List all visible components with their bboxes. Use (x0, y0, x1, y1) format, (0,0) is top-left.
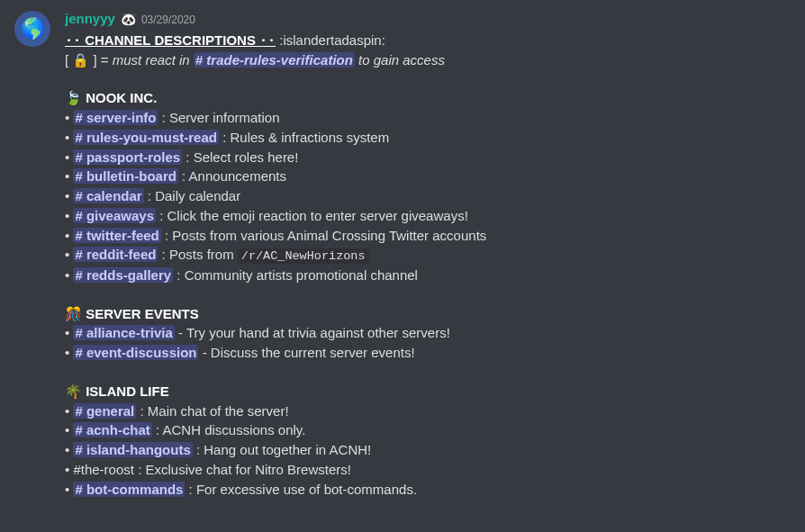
bullet: • (65, 110, 73, 125)
channel-line: • # redds-gallery : Community artists pr… (65, 266, 791, 285)
channel-mention[interactable]: # passport-roles (73, 149, 182, 165)
bullet: • (65, 403, 73, 419)
header-line: ⬝⬝ CHANNEL DESCRIPTIONS ⬝⬝ :islandertada… (65, 31, 791, 50)
channel-desc: Hang out together in ACNH! (204, 442, 371, 457)
bullet: • (65, 482, 73, 497)
section-header: 🎊 SERVER EVENTS (65, 304, 791, 324)
section-title: SERVER EVENTS (82, 306, 199, 321)
blank-line (65, 363, 791, 382)
channel-desc: Rules & infractions system (230, 130, 389, 145)
channel-mention[interactable]: # calendar (73, 188, 143, 203)
channel-desc: Announcements (189, 168, 286, 184)
channel-line: • # server-info : Server information (65, 108, 791, 128)
channel-desc: Posts from (169, 247, 238, 262)
inline-code: /r/AC_NewHorizons (238, 248, 369, 264)
message-content: jennyyy 🐼 03/29/2020 ⬝⬝ CHANNEL DESCRIPT… (65, 9, 791, 499)
channel-line: • # bulletin-board : Announcements (65, 167, 791, 186)
channel-mention[interactable]: # twitter-feed (73, 228, 160, 243)
channel-line: • # rules-you-must-read : Rules & infrac… (65, 128, 791, 148)
user-badge: 🐼 (121, 10, 136, 28)
channel-mention[interactable]: # bot-commands (73, 482, 185, 497)
channel-plain: #the-roost (73, 462, 134, 477)
lock-icon: 🔒 (72, 50, 89, 70)
message-body: ⬝⬝ CHANNEL DESCRIPTIONS ⬝⬝ :islandertada… (65, 31, 791, 500)
header-title: ⬝⬝ CHANNEL DESCRIPTIONS ⬝⬝ (65, 32, 276, 48)
channel-mention[interactable]: # giveaways (73, 208, 156, 223)
channel-line: • # general : Main chat of the server! (65, 401, 791, 421)
channel-mention[interactable]: # bulletin-board (73, 168, 178, 184)
username[interactable]: jennyyy (65, 9, 115, 29)
channel-mention[interactable]: # alliance-trivia (73, 325, 174, 340)
channel-desc: ACNH discussions only. (162, 422, 305, 437)
channel-desc: Select roles here! (194, 149, 299, 165)
section-header: 🍃 NOOK INC. (65, 88, 791, 108)
channel-desc: Discuss the current server events! (211, 345, 415, 360)
avatar[interactable]: 🌎 (14, 11, 50, 47)
channel-mention[interactable]: # event-discussion (73, 345, 198, 360)
blank-line (65, 285, 791, 304)
channel-desc: Click the emoji reaction to enter server… (167, 208, 468, 223)
channel-desc: Try your hand at trivia against other se… (186, 325, 450, 340)
bullet: • (65, 325, 73, 340)
message-header: jennyyy 🐼 03/29/2020 (65, 9, 791, 29)
blank-line (65, 69, 791, 88)
channel-mention[interactable]: # server-info (73, 110, 158, 125)
bullet: • (65, 422, 73, 437)
bullet: • (65, 130, 73, 145)
channel-desc: Community artists promotional channel (185, 267, 418, 283)
timestamp: 03/29/2020 (141, 13, 195, 28)
legend-line: [ 🔒 ] = must react in # trade-rules-veri… (65, 50, 791, 70)
section-emoji: 🍃 (65, 88, 82, 108)
channel-line: • # island-hangouts : Hang out together … (65, 440, 791, 460)
channel-desc: Daily calendar (155, 188, 240, 203)
channel-line: • # giveaways : Click the emoji reaction… (65, 206, 791, 226)
channel-line: • # acnh-chat : ACNH discussions only. (65, 420, 791, 440)
channel-line: • # bot-commands : For excessive use of … (65, 480, 791, 500)
bullet: • (65, 345, 73, 360)
section-header: 🌴 ISLAND LIFE (65, 382, 791, 401)
channel-line: • # event-discussion - Discuss the curre… (65, 343, 791, 363)
bullet: • (65, 168, 73, 184)
channel-line: • # twitter-feed : Posts from various An… (65, 226, 791, 246)
channel-line: • # calendar : Daily calendar (65, 186, 791, 206)
message: 🌎 jennyyy 🐼 03/29/2020 ⬝⬝ CHANNEL DESCRI… (0, 7, 805, 499)
bullet: • (65, 462, 73, 477)
channel-mention[interactable]: # redds-gallery (73, 267, 173, 283)
channel-desc: Posts from various Animal Crossing Twitt… (172, 228, 486, 243)
bullet: • (65, 442, 73, 457)
section-title: ISLAND LIFE (82, 383, 169, 399)
channel-mention[interactable]: # general (73, 403, 136, 419)
bullet: • (65, 208, 73, 223)
channel-mention[interactable]: # reddit-feed (73, 247, 158, 262)
section-title: NOOK INC. (82, 90, 157, 105)
channel-mention[interactable]: # trade-rules-verification (194, 52, 355, 68)
bullet: • (65, 188, 73, 203)
channel-line: • #the-roost : Exclusive chat for Nitro … (65, 460, 791, 480)
spin-emoji: :islandertadaspin: (276, 32, 385, 48)
channel-desc: Main chat of the server! (148, 403, 289, 419)
channel-line: • # passport-roles : Select roles here! (65, 148, 791, 167)
channel-desc: Server information (169, 110, 280, 125)
bullet: • (65, 228, 73, 243)
bullet: • (65, 267, 73, 283)
section-emoji: 🎊 (65, 304, 82, 324)
bullet: • (65, 149, 73, 165)
section-emoji: 🌴 (65, 382, 82, 401)
channel-line: • # alliance-trivia - Try your hand at t… (65, 323, 791, 343)
channel-desc: Exclusive chat for Nitro Brewsters! (145, 462, 350, 477)
channel-line: • # reddit-feed : Posts from /r/AC_NewHo… (65, 245, 791, 266)
channel-mention[interactable]: # acnh-chat (73, 422, 151, 437)
channel-desc: For excessive use of bot-commands. (196, 482, 417, 497)
channel-mention[interactable]: # rules-you-must-read (73, 130, 219, 145)
channel-mention[interactable]: # island-hangouts (73, 442, 192, 457)
bullet: • (65, 247, 73, 262)
